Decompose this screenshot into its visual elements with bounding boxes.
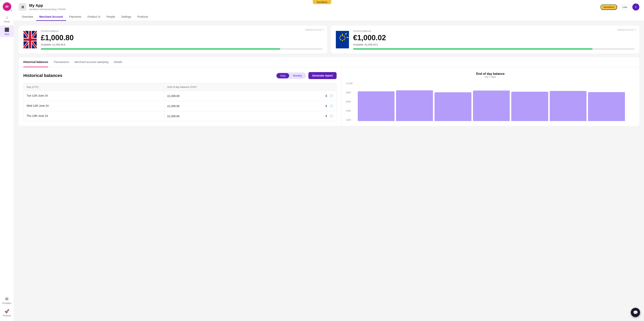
user-avatar[interactable]: I [632, 4, 639, 10]
table-row: Tue 11th June 24 £1,000.80 ⬇ 📄 [23, 91, 336, 101]
row3-day: Thu 13th June 24 [24, 111, 164, 121]
tab-product-ui[interactable]: Product UI [84, 13, 104, 21]
tab-merchant-account[interactable]: Merchant Account [36, 13, 66, 21]
refresh-icon[interactable]: ↻ [322, 28, 324, 31]
chart-bar-5 [511, 92, 548, 121]
eur-balance-info: Updated just now ↻ Current balance €1,00… [353, 30, 635, 50]
eur-balance-available: Available: €1,000.02 ℹ [353, 43, 635, 46]
section-tab-sweeping[interactable]: Merchant account sweeping [74, 57, 108, 67]
sidebar-item-home[interactable]: ⌂ Home [0, 13, 14, 25]
eu-flag [336, 31, 349, 48]
col-balance: End of day balance (CSV) [164, 83, 336, 91]
download-icon-1[interactable]: ⬇ [325, 94, 328, 98]
download-icon-3[interactable]: ⬇ [325, 114, 328, 118]
sidebar-item-providers[interactable]: 🏛 Providers [0, 295, 14, 306]
y-label-600: £600 [346, 100, 353, 103]
sidebar: IM ⌂ Home ⬛ Apps 🏛 Providers 🚀 Products [0, 0, 14, 321]
products-icon: 🚀 [4, 309, 9, 314]
svg-point-10 [340, 39, 341, 40]
eur-balance-bar-fill [353, 48, 592, 50]
historical-section: Historical balances Transactions Merchan… [19, 57, 639, 126]
toggle-monthly[interactable]: Monthly [290, 73, 306, 78]
info-icon[interactable]: ℹ [64, 43, 65, 46]
toggle-group: Daily Monthly [276, 72, 306, 79]
sandbox-button[interactable]: Sandbox [600, 4, 617, 10]
apps-icon: ⬛ [4, 28, 9, 32]
table-header: Day (UTC) End of day balance (CSV) [23, 83, 336, 91]
app-text: My App sandbox-helloiamtesting-743e0b [29, 3, 66, 11]
tab-people[interactable]: People [104, 13, 118, 21]
gbp-updated-label: Updated just now ↻ [305, 28, 324, 31]
svg-point-6 [344, 36, 345, 37]
file-icon-2[interactable]: 📄 [330, 104, 333, 108]
header-top: 🖥 My App sandbox-helloiamtesting-743e0b … [19, 3, 639, 11]
info-icon-eur[interactable]: ℹ [376, 43, 378, 46]
chart-title: End of day balance [346, 72, 635, 76]
bar-7 [588, 86, 625, 121]
file-icon-3[interactable]: 📄 [330, 114, 333, 118]
y-axis-labels: £1,000 £800 £600 £400 £200 [346, 82, 353, 121]
balance-cards: Updated just now ↻ Current balance £1,00… [19, 26, 639, 54]
section-tabs: Historical balances Transactions Merchan… [19, 57, 639, 68]
main-content: 🖥 My App sandbox-helloiamtesting-743e0b … [14, 0, 644, 321]
table-side: Historical balances Daily Monthly Genera… [19, 68, 342, 126]
toggle-daily[interactable]: Daily [276, 73, 289, 78]
section-title: Historical balances [23, 73, 62, 78]
section-tab-historical[interactable]: Historical balances [23, 57, 48, 67]
uk-flag [23, 31, 37, 48]
section-content: Historical balances Daily Monthly Genera… [19, 68, 639, 126]
eur-balance-amount: €1,000.02 [353, 34, 635, 42]
chart-bar-4 [473, 90, 510, 121]
bar-3 [434, 86, 472, 121]
home-icon: ⌂ [6, 15, 8, 20]
svg-point-8 [344, 39, 345, 40]
tab-settings[interactable]: Settings [118, 13, 134, 21]
eur-updated-label: Updated just now ↻ [617, 28, 636, 31]
live-button[interactable]: Live [620, 4, 630, 10]
chat-bubble[interactable]: 💬 [631, 308, 640, 317]
bar-6 [550, 86, 587, 121]
y-label-200: £200 [346, 119, 353, 121]
svg-point-7 [344, 37, 346, 38]
col-day: Day (UTC) [24, 83, 164, 91]
app-title: My App [29, 3, 66, 8]
balance-card-eur: Updated just now ↻ Current balance €1,00… [331, 26, 639, 54]
gbp-balance-available: Available: £1,000.80 ℹ [41, 43, 322, 46]
chart-subtitle: last 7 days [346, 76, 635, 78]
download-icon-2[interactable]: ⬇ [325, 104, 328, 108]
row2-day: Wed 12th June 24 [24, 101, 164, 111]
row2-actions: ⬇ 📄 [325, 104, 333, 108]
tab-payments[interactable]: Payments [66, 13, 84, 21]
section-tab-transactions[interactable]: Transactions [54, 57, 69, 67]
chart-bar-6 [550, 91, 587, 121]
nav-tabs: Overview Merchant Account Payments Produ… [19, 13, 639, 21]
file-icon-1[interactable]: 📄 [330, 94, 333, 98]
sidebar-item-products[interactable]: 🚀 Products [0, 307, 14, 319]
app-subtitle: sandbox-helloiamtesting-743e0b [29, 8, 66, 11]
tab-products[interactable]: Products [134, 13, 151, 21]
y-label-1000: £1,000 [346, 82, 353, 84]
row1-day: Tue 11th June 24 [24, 91, 164, 101]
row2-amount: £1,000.80 ⬇ 📄 [164, 101, 336, 111]
section-header: Historical balances Daily Monthly Genera… [23, 72, 336, 79]
svg-point-9 [342, 40, 343, 41]
balance-card-gbp: Updated just now ↻ Current balance £1,00… [19, 26, 327, 54]
gbp-balance-amount: £1,000.80 [41, 34, 322, 42]
sidebar-item-apps-label: Apps [4, 33, 9, 35]
refresh-icon-eur[interactable]: ↻ [634, 28, 636, 31]
section-tab-details[interactable]: Details [114, 57, 122, 67]
app-icon: 🖥 [19, 3, 26, 11]
table-row: Thu 13th June 24 £1,000.80 ⬇ 📄 [23, 111, 336, 121]
chart-container: £1,000 £800 £600 £400 £200 [346, 82, 635, 121]
gbp-balance-bar [41, 48, 322, 50]
y-label-400: £400 [346, 110, 353, 112]
header-actions: Sandbox Live I [600, 4, 639, 10]
svg-point-12 [340, 36, 341, 37]
generate-report-button[interactable]: Generate report [308, 72, 336, 79]
svg-point-11 [339, 37, 340, 38]
tab-overview[interactable]: Overview [19, 13, 36, 21]
sidebar-user-avatar[interactable]: IM [3, 2, 11, 11]
bar-4 [473, 86, 510, 121]
sidebar-item-apps[interactable]: ⬛ Apps [0, 26, 14, 37]
gbp-balance-info: Updated just now ↻ Current balance £1,00… [41, 30, 322, 50]
